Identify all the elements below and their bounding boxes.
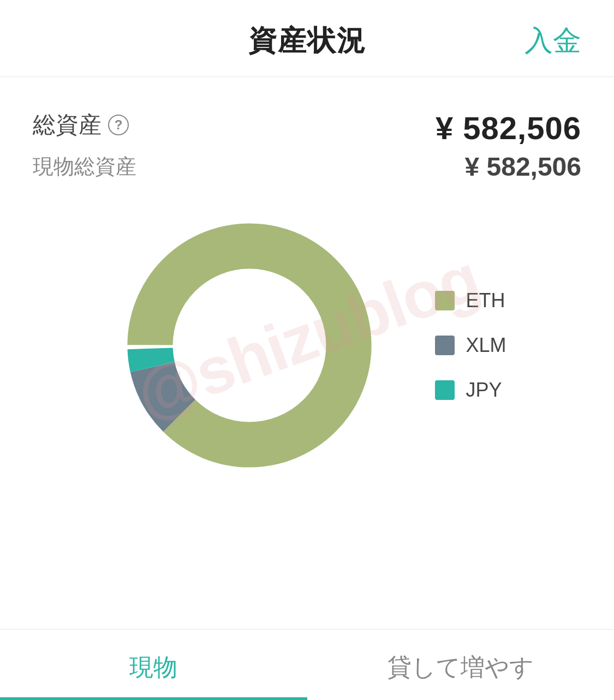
total-assets-label: 総資産 [33, 110, 102, 140]
xlm-legend-label: XLM [466, 334, 506, 357]
donut-chart [108, 204, 391, 487]
legend-item-xlm: XLM [435, 334, 506, 357]
jpy-legend-label: JPY [466, 379, 502, 402]
main-content: 総資産 ? ¥ 582,506 現物総資産 ¥ 582,506 [0, 77, 614, 487]
tab-spot[interactable]: 現物 [0, 630, 307, 700]
total-assets-row: 総資産 ? ¥ 582,506 [33, 110, 581, 146]
legend-item-eth: ETH [435, 289, 506, 312]
info-icon[interactable]: ? [108, 115, 129, 135]
tab-lending-label: 貸して増やす [388, 651, 534, 684]
spot-assets-label: 現物総資産 [33, 153, 136, 181]
jpy-color-swatch [435, 380, 455, 400]
legend-item-jpy: JPY [435, 379, 506, 402]
spot-assets-value: ¥ 582,506 [464, 152, 581, 182]
header: 資産状況 入金 [0, 0, 614, 77]
total-assets-value: ¥ 582,506 [436, 110, 581, 146]
tab-lending[interactable]: 貸して増やす [307, 630, 615, 700]
eth-color-swatch [435, 291, 455, 310]
chart-legend: ETH XLM JPY [435, 289, 506, 402]
xlm-color-swatch [435, 336, 455, 355]
total-assets-label-group: 総資産 ? [33, 110, 129, 140]
chart-section: ETH XLM JPY [33, 204, 581, 487]
deposit-button[interactable]: 入金 [524, 22, 581, 60]
spot-assets-row: 現物総資産 ¥ 582,506 [33, 152, 581, 182]
page-title: 資産状況 [248, 22, 366, 60]
tab-spot-label: 現物 [129, 651, 177, 684]
eth-legend-label: ETH [466, 289, 505, 312]
donut-svg [108, 204, 391, 487]
bottom-tabs: 現物 貸して増やす [0, 629, 614, 700]
